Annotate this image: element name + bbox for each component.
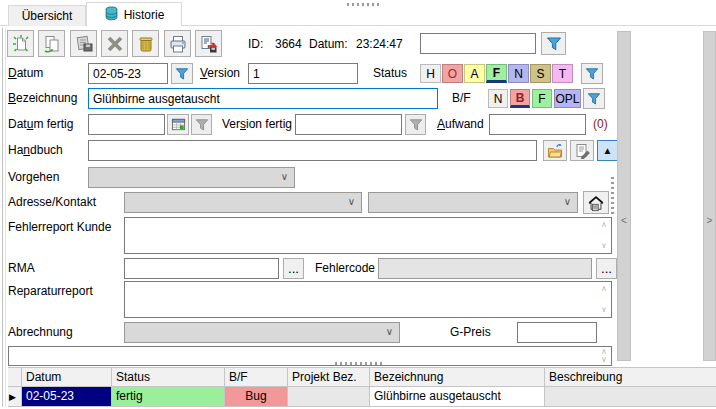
- grid-cell-datum[interactable]: 02-05-23: [22, 387, 112, 407]
- left-groove-outer: [2, 28, 3, 407]
- scroll-down-icon[interactable]: ∨: [599, 242, 609, 250]
- adresse-select[interactable]: ∨: [124, 192, 362, 213]
- status-chip-t[interactable]: T: [552, 64, 573, 83]
- version-input[interactable]: [248, 63, 358, 84]
- ellipsis-label: ...: [288, 266, 299, 272]
- fehlerreport-kunde-textarea[interactable]: ∧ ∨: [124, 217, 612, 254]
- copy-record-icon: [42, 34, 62, 54]
- delete-x-icon: [105, 34, 125, 54]
- filter-funnel-disabled-icon: [195, 118, 209, 132]
- expand-right-icon[interactable]: >: [704, 215, 715, 226]
- bf-chip-n[interactable]: N: [488, 89, 508, 108]
- bf-chip-b[interactable]: B: [510, 89, 530, 108]
- scroll-down-icon[interactable]: ∨: [599, 306, 609, 314]
- kontakt-select[interactable]: ∨: [368, 192, 578, 213]
- collapse-left-icon[interactable]: <: [618, 215, 630, 226]
- tab-historie[interactable]: Historie: [86, 2, 182, 26]
- save-record-button[interactable]: [70, 30, 97, 57]
- status-chip-f[interactable]: F: [486, 64, 507, 83]
- discard-record-button[interactable]: [132, 30, 159, 57]
- rma-input[interactable]: [124, 258, 279, 279]
- abrechnung-select[interactable]: ∨: [124, 322, 400, 343]
- grid-header-bf[interactable]: B/F: [225, 367, 288, 387]
- copy-record-button[interactable]: [38, 30, 65, 57]
- handbuch-open-folder-button[interactable]: [543, 140, 567, 161]
- print-button[interactable]: [164, 30, 191, 57]
- bf-label: B/F: [452, 91, 471, 106]
- bf-chip-f[interactable]: F: [532, 89, 552, 108]
- vorgehen-select[interactable]: ∨: [88, 167, 295, 188]
- reparaturreport-label: Reparaturreport: [8, 284, 93, 299]
- filter-funnel-icon: [175, 67, 189, 81]
- database-icon: [104, 6, 119, 24]
- datum-fertig-label: Datum fertig: [8, 117, 73, 132]
- handbuch-input[interactable]: [88, 140, 537, 161]
- top-drag-handle[interactable]: [347, 3, 379, 6]
- bezeichnung-input[interactable]: [88, 88, 438, 109]
- g-preis-label: G-Preis: [450, 325, 491, 340]
- status-chip-a[interactable]: A: [464, 64, 485, 83]
- status-filter-button[interactable]: [581, 63, 603, 84]
- g-preis-input[interactable]: [517, 322, 597, 343]
- datum-fertig-calendar-button[interactable]: [167, 114, 189, 135]
- status-chip-s[interactable]: S: [530, 64, 551, 83]
- fehlerreport-kunde-label: Fehlerreport Kunde: [8, 220, 111, 235]
- status-chip-n[interactable]: N: [508, 64, 529, 83]
- datum-filter-button[interactable]: [171, 63, 193, 84]
- grid-cell-bf[interactable]: Bug: [225, 387, 288, 407]
- new-record-button[interactable]: [7, 30, 34, 57]
- export-record-button[interactable]: [195, 30, 222, 57]
- version-fertig-input[interactable]: [295, 114, 402, 135]
- handbuch-edit-document-button[interactable]: [570, 140, 594, 161]
- grid-header-datum[interactable]: Datum: [22, 367, 112, 387]
- status-chip-h[interactable]: H: [420, 64, 441, 83]
- status-label: Status: [373, 66, 407, 81]
- splitter-strip-left[interactable]: <: [617, 31, 631, 361]
- scroll-down-icon[interactable]: ∨: [599, 356, 609, 364]
- grid-header-bezeichnung[interactable]: Bezeichnung: [370, 367, 545, 387]
- grid-row-selector[interactable]: ▶: [8, 387, 22, 407]
- splitter-strip-right[interactable]: >: [703, 31, 716, 361]
- scroll-up-icon[interactable]: ∧: [599, 285, 609, 293]
- grid-cell-projekt-bez[interactable]: [288, 387, 370, 407]
- filter-funnel-icon: [587, 92, 601, 106]
- grid-cell-bezeichnung[interactable]: Glühbirne ausgetauscht: [370, 387, 545, 407]
- chevron-down-icon: ∨: [348, 196, 355, 207]
- grid-drag-handle[interactable]: [335, 362, 383, 365]
- bf-chip-opl[interactable]: OPL: [554, 89, 581, 108]
- grid-cell-beschreibung[interactable]: [545, 387, 716, 407]
- grid-cell-status[interactable]: fertig: [112, 387, 225, 407]
- vertical-drag-handle[interactable]: [611, 176, 614, 214]
- vorgehen-label: Vorgehen: [8, 170, 59, 185]
- aufwand-input[interactable]: [489, 114, 586, 135]
- save-record-icon: [74, 34, 94, 54]
- search-filter-button[interactable]: [541, 32, 566, 55]
- scroll-up-icon[interactable]: ∧: [599, 221, 609, 229]
- grid-header-projekt-bez[interactable]: Projekt Bez.: [288, 367, 370, 387]
- current-row-marker-icon: ▶: [9, 392, 16, 402]
- adresse-home-button[interactable]: [583, 191, 609, 214]
- version-fertig-label: Version fertig: [222, 117, 292, 132]
- tab-uebersicht[interactable]: Übersicht: [8, 5, 86, 26]
- grid-header-status[interactable]: Status: [112, 367, 225, 387]
- datum-input[interactable]: [88, 63, 168, 84]
- notes-textarea[interactable]: ∧ ∨: [8, 346, 612, 366]
- datum-label: Datum: [8, 66, 43, 81]
- historie-window: Übersicht Historie: [0, 0, 716, 409]
- datum-fertig-input[interactable]: [88, 114, 165, 135]
- status-chip-o[interactable]: O: [442, 64, 463, 83]
- grid-header-beschreibung[interactable]: Beschreibung: [545, 367, 716, 387]
- record-id-value: 3664: [275, 37, 302, 52]
- chevron-down-icon: ∨: [564, 196, 571, 207]
- rma-browse-button[interactable]: ...: [283, 258, 304, 279]
- bf-filter-button[interactable]: [583, 88, 605, 109]
- search-input[interactable]: [420, 33, 536, 54]
- delete-record-button[interactable]: [101, 30, 128, 57]
- handbuch-collapse-toggle-button[interactable]: ▲: [597, 140, 618, 161]
- filter-funnel-icon: [585, 67, 599, 81]
- fehlercode-browse-button[interactable]: ...: [596, 258, 617, 279]
- record-time-label: Datum:: [309, 37, 348, 52]
- record-id-label: ID:: [248, 37, 263, 52]
- chevron-down-icon: ∨: [281, 171, 288, 182]
- reparaturreport-textarea[interactable]: ∧ ∨: [124, 281, 612, 318]
